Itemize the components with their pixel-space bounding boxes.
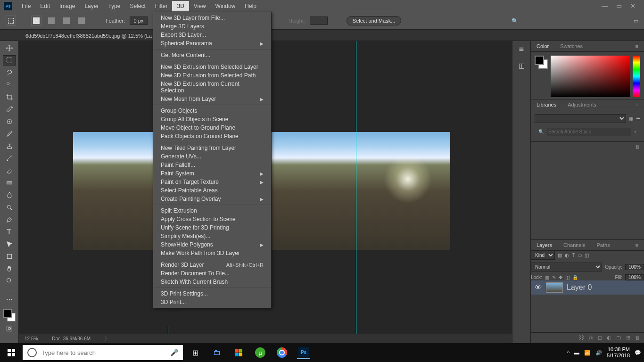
list-view-icon[interactable]: ☰	[636, 116, 640, 121]
notifications-icon[interactable]: 💬	[635, 350, 641, 356]
history-brush-tool[interactable]	[3, 153, 16, 164]
menu-help[interactable]: Help	[240, 1, 261, 11]
menu-select[interactable]: Select	[125, 1, 150, 11]
tab-channels[interactable]: Channels	[558, 240, 591, 250]
lock-paint-icon[interactable]: ✎	[552, 275, 556, 280]
maximize-icon[interactable]: ▭	[616, 2, 622, 9]
menu-layer[interactable]: Layer	[80, 1, 103, 11]
menu-item[interactable]: 3D Print...	[153, 298, 271, 306]
type-tool[interactable]: T	[3, 227, 16, 237]
tab-color[interactable]: Color	[531, 41, 554, 51]
layer-name[interactable]: Layer 0	[567, 283, 592, 292]
hand-tool[interactable]	[3, 263, 16, 274]
lock-all-icon[interactable]: 🔒	[572, 275, 578, 280]
utorrent-icon[interactable]: µ	[254, 346, 267, 359]
menu-filter[interactable]: Filter	[150, 1, 173, 11]
menu-item[interactable]: Pack Objects on Ground Plane	[153, 132, 271, 140]
menu-image[interactable]: Image	[55, 1, 80, 11]
zoom-tool[interactable]	[3, 276, 16, 286]
minimize-icon[interactable]: —	[602, 2, 608, 9]
select-and-mask-button[interactable]: Select and Mask...	[347, 16, 402, 25]
tab-paths[interactable]: Paths	[591, 240, 616, 250]
menu-item[interactable]: Render Document To File...	[153, 269, 271, 278]
menu-item[interactable]: Get More Content...	[153, 51, 271, 59]
mic-icon[interactable]: 🎤	[170, 349, 178, 356]
status-arrow-icon[interactable]: 〉	[105, 336, 109, 342]
lock-transparent-icon[interactable]: ▩	[545, 275, 549, 280]
tab-adjustments[interactable]: Adjustments	[562, 99, 602, 110]
chrome-icon[interactable]	[275, 346, 289, 359]
menu-item[interactable]: Simplify Mesh(es)...	[153, 232, 271, 240]
height-input[interactable]	[310, 16, 328, 25]
menu-item[interactable]: Unify Scene for 3D Printing	[153, 223, 271, 232]
healing-brush-tool[interactable]	[3, 116, 16, 127]
menu-item[interactable]: Create Painting Overlay▶	[153, 195, 271, 203]
eraser-tool[interactable]	[3, 165, 16, 176]
menu-item[interactable]: Export 3D Layer...	[153, 31, 271, 39]
menu-item[interactable]: Group Objects	[153, 107, 271, 115]
zoom-level[interactable]: 12.5%	[25, 336, 38, 341]
menu-item[interactable]: New 3D Extrusion from Current Selection	[153, 80, 271, 95]
menu-item[interactable]: Paint System▶	[153, 169, 271, 178]
menu-item[interactable]: Make Work Path from 3D Layer	[153, 249, 271, 257]
layer-kind-filter[interactable]: Kind	[531, 251, 555, 260]
menu-item[interactable]: Spherical Panorama▶	[153, 39, 271, 48]
crop-tool[interactable]	[3, 92, 16, 102]
filter-type-icon[interactable]: T	[572, 253, 575, 258]
close-icon[interactable]: ✕	[630, 2, 636, 9]
menu-item[interactable]: New 3D Extrusion from Selected Path	[153, 71, 271, 80]
volume-icon[interactable]: 🔊	[595, 350, 602, 356]
menu-item[interactable]: Move Object to Ground Plane	[153, 123, 271, 132]
tray-chevron-icon[interactable]: ^	[567, 350, 570, 355]
menu-3d[interactable]: 3D	[172, 1, 189, 11]
shape-tool[interactable]	[3, 251, 16, 262]
marquee-tool-preset-icon[interactable]	[6, 16, 16, 26]
panel-menu-icon[interactable]: ≡	[630, 240, 644, 250]
menu-item[interactable]: New 3D Extrusion from Selected Layer	[153, 63, 271, 71]
menu-type[interactable]: Type	[103, 1, 125, 11]
filter-smart-icon[interactable]: ◫	[585, 253, 589, 258]
clock[interactable]: 10:38 PM 5/17/2018	[607, 346, 630, 359]
guide-vertical[interactable]	[356, 41, 356, 343]
menu-item[interactable]: Sketch With Current Brush	[153, 278, 271, 286]
library-search-input[interactable]	[547, 128, 631, 136]
start-button[interactable]	[0, 343, 23, 362]
wifi-icon[interactable]: 📶	[584, 350, 591, 356]
eyedropper-tool[interactable]	[3, 104, 16, 115]
clone-stamp-tool[interactable]	[3, 141, 16, 151]
lock-position-icon[interactable]: ✥	[559, 275, 562, 280]
menu-item[interactable]: Apply Cross Section to Scene	[153, 215, 271, 223]
foreground-background-swatch[interactable]	[535, 56, 548, 69]
feather-input[interactable]	[130, 16, 148, 25]
selection-intersect-icon[interactable]	[76, 16, 87, 26]
properties-panel-icon[interactable]: ◫	[517, 61, 526, 70]
filter-pixel-icon[interactable]: ▧	[558, 253, 562, 258]
selection-new-icon[interactable]	[31, 16, 41, 26]
fill-input[interactable]	[625, 274, 644, 280]
menu-window[interactable]: Window	[211, 1, 240, 11]
dodge-tool[interactable]	[3, 202, 16, 213]
lock-artboard-icon[interactable]: ◫	[565, 275, 570, 280]
gradient-tool[interactable]	[3, 178, 16, 188]
trash-icon[interactable]: 🗑	[635, 144, 640, 149]
more-tools-icon[interactable]: ⋯	[3, 294, 16, 304]
panel-menu-icon[interactable]: ≡	[630, 41, 644, 51]
menu-item[interactable]: Paint Falloff...	[153, 161, 271, 169]
quick-select-tool[interactable]	[3, 80, 16, 90]
path-select-tool[interactable]	[3, 239, 16, 249]
visibility-icon[interactable]: 👁	[535, 283, 542, 292]
lasso-tool[interactable]	[3, 67, 16, 78]
filter-shape-icon[interactable]: ▭	[578, 253, 582, 258]
menu-item[interactable]: New 3D Layer from File...	[153, 14, 271, 22]
library-select[interactable]	[535, 114, 626, 123]
link-layers-icon[interactable]: ⛓	[579, 335, 584, 341]
hue-slider[interactable]	[633, 56, 640, 97]
brush-tool[interactable]	[3, 129, 16, 139]
move-tool[interactable]	[3, 43, 16, 53]
trash-icon[interactable]: 🗑	[635, 335, 640, 341]
menu-item[interactable]: Generate UVs...	[153, 152, 271, 161]
pen-tool[interactable]	[3, 214, 16, 225]
quick-mask-icon[interactable]	[3, 323, 16, 334]
panel-menu-icon[interactable]: ≡	[630, 99, 644, 110]
battery-icon[interactable]: ▬	[574, 350, 579, 355]
